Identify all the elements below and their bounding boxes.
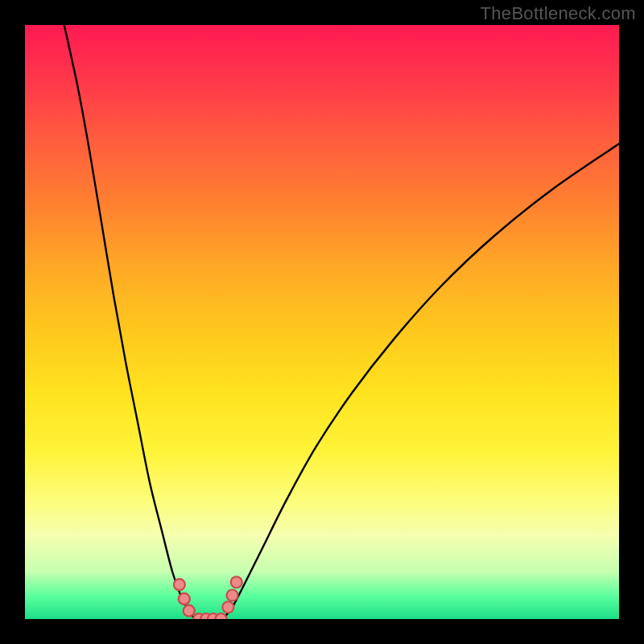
curve-marker xyxy=(184,605,195,617)
curve-marker xyxy=(227,589,238,601)
watermark-text: TheBottleneck.com xyxy=(481,3,636,24)
curve-marker xyxy=(216,613,227,619)
curve-marker xyxy=(174,579,185,590)
curve-right-branch xyxy=(221,144,619,619)
curve-left-branch xyxy=(64,25,197,619)
curve-marker xyxy=(231,576,242,588)
curve-marker xyxy=(179,593,190,605)
chart-svg xyxy=(25,25,619,619)
curve-markers xyxy=(174,576,242,619)
chart-frame: TheBottleneck.com xyxy=(0,0,644,644)
chart-plot-area xyxy=(25,25,619,619)
curve-marker xyxy=(222,601,233,613)
curve-group xyxy=(64,25,619,619)
